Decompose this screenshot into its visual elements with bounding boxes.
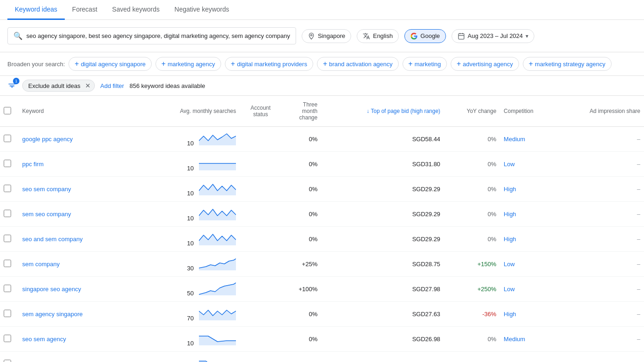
row-checkbox-cell-5[interactable] [0,252,19,277]
date-filter[interactable]: Aug 2023 – Jul 2024 ▾ [452,29,534,43]
keyword-link-8[interactable]: seo sem agency [22,336,66,343]
th-select-all[interactable] [0,96,19,127]
th-three-month[interactable]: Threemonthchange [281,96,321,127]
row-checkbox-8[interactable] [4,335,11,342]
row-yoy-4: 0% [444,227,500,252]
row-three-month-3: 0% [281,202,321,227]
broaden-chip-5[interactable]: + advertising agency [451,57,519,71]
row-checkbox-5[interactable] [4,260,11,267]
location-filter[interactable]: Singapore [302,29,351,43]
row-checkbox-3[interactable] [4,210,11,217]
location-icon [308,32,315,40]
exclude-adult-chip[interactable]: Exclude adult ideas ✕ [22,80,95,92]
broaden-chip-1[interactable]: + marketing agency [155,57,221,71]
tab-keyword-ideas[interactable]: Keyword ideas [7,0,65,20]
row-avg-6: 50 [144,277,240,302]
row-checkbox-cell-1[interactable] [0,152,19,177]
row-checkbox-4[interactable] [4,235,11,242]
filter-button[interactable]: 1 [7,81,17,91]
search-engine-filter[interactable]: Google [404,29,446,43]
tab-negative-keywords[interactable]: Negative keywords [167,0,236,20]
keyword-link-3[interactable]: sem seo company [22,211,71,218]
row-competition-7: High [500,302,556,327]
keyword-table: Keyword Avg. monthly searches Accountsta… [0,96,644,362]
row-checkbox-cell-2[interactable] [0,177,19,202]
row-checkbox-2[interactable] [4,185,11,192]
plus-icon-1: + [161,60,166,68]
table-header-row: Keyword Avg. monthly searches Accountsta… [0,96,644,127]
row-ad-impression-2: – [556,177,644,202]
row-checkbox-cell-6[interactable] [0,277,19,302]
row-yoy-2: 0% [444,177,500,202]
row-yoy-1: 0% [444,152,500,177]
broaden-chip-label-5: advertising agency [463,61,513,68]
keyword-link-6[interactable]: singapore seo agency [22,286,81,293]
keyword-link-0[interactable]: google ppc agency [22,136,73,143]
row-avg-4: 10 [144,227,240,252]
row-checkbox-cell-8[interactable] [0,327,19,352]
row-top-bid-9: SGD26.98 [321,352,444,362]
tab-saved-keywords[interactable]: Saved keywords [105,0,167,20]
keyword-table-container: Keyword Avg. monthly searches Accountsta… [0,96,644,362]
keyword-link-1[interactable]: ppc firm [22,161,43,168]
th-keyword[interactable]: Keyword [19,96,144,127]
plus-icon-3: + [323,60,327,68]
row-checkbox-1[interactable] [4,160,11,167]
row-competition-6: Low [500,277,556,302]
row-top-bid-2: SGD29.29 [321,177,444,202]
avg-value-4: 10 [187,240,193,247]
plus-icon-6: + [529,60,533,68]
row-avg-8: 10 [144,327,240,352]
broaden-chip-label-0: digital agency singapore [81,61,146,68]
broaden-chip-6[interactable]: + marketing strategy agency [523,57,612,71]
th-top-bid[interactable]: ↓ Top of page bid (high range) [321,96,444,127]
th-yoy[interactable]: YoY change [444,96,500,127]
table-row: sem seo company 10 0% SGD29.29 0% High – [0,202,644,227]
keyword-link-4[interactable]: seo and sem company [22,236,83,243]
tab-forecast[interactable]: Forecast [65,0,105,20]
exclude-close-icon[interactable]: ✕ [85,82,91,89]
row-account-status-6 [240,277,281,302]
avg-value-0: 10 [187,140,193,147]
select-all-checkbox[interactable] [4,107,11,114]
keyword-link-5[interactable]: sem company [22,261,60,268]
language-label: English [373,32,393,39]
filter-badge: 1 [13,78,19,84]
broaden-chip-0[interactable]: + digital agency singapore [68,57,152,71]
row-checkbox-cell-9[interactable] [0,352,19,362]
sparkline-5 [199,265,236,272]
row-top-bid-0: SGD58.44 [321,127,444,152]
th-competition[interactable]: Competition [500,96,556,127]
row-checkbox-7[interactable] [4,310,11,317]
language-filter[interactable]: English [357,29,399,43]
row-avg-3: 10 [144,202,240,227]
row-top-bid-5: SGD28.75 [321,252,444,277]
keyword-link-7[interactable]: sem agency singapore [22,311,83,318]
row-yoy-0: 0% [444,127,500,152]
sparkline-7 [199,315,236,322]
row-checkbox-cell-7[interactable] [0,302,19,327]
row-checkbox-9[interactable] [4,360,11,362]
keyword-link-2[interactable]: seo sem company [22,186,71,193]
row-competition-2: High [500,177,556,202]
add-filter-button[interactable]: Add filter [100,82,124,89]
row-competition-1: Low [500,152,556,177]
th-account-status[interactable]: Accountstatus [240,96,281,127]
row-checkbox-cell-0[interactable] [0,127,19,152]
plus-icon-2: + [231,60,235,68]
row-checkbox-cell-4[interactable] [0,227,19,252]
row-three-month-1: 0% [281,152,321,177]
row-top-bid-3: SGD29.29 [321,202,444,227]
th-avg-monthly[interactable]: Avg. monthly searches [144,96,240,127]
broaden-chip-2[interactable]: + digital marketing providers [225,57,313,71]
broaden-chip-3[interactable]: + brand activation agency [317,57,399,71]
broaden-chip-4[interactable]: + marketing [402,57,447,71]
row-top-bid-6: SGD27.98 [321,277,444,302]
row-checkbox-cell-3[interactable] [0,202,19,227]
keyword-search-box[interactable]: 🔍 seo agency singapore, best seo agency … [7,27,296,44]
row-keyword-2: seo sem company [19,177,144,202]
th-ad-impression[interactable]: Ad impression share [556,96,644,127]
row-checkbox-6[interactable] [4,285,11,292]
row-avg-7: 70 [144,302,240,327]
row-checkbox-0[interactable] [4,135,11,142]
